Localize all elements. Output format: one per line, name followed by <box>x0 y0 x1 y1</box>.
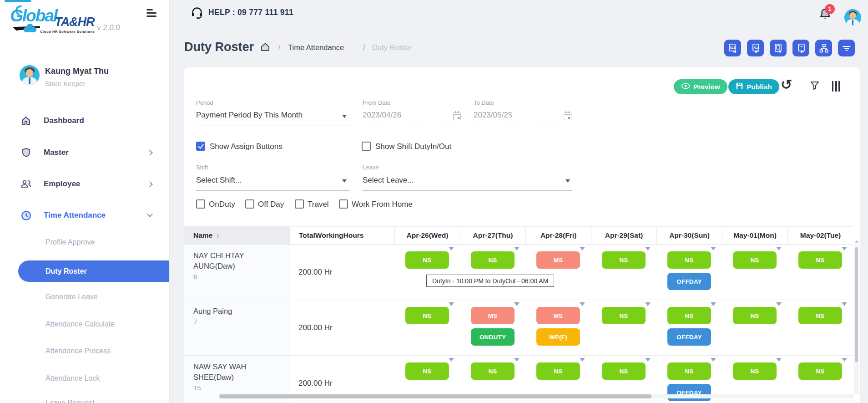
undo-reset-icon[interactable]: ↺ <box>781 77 792 92</box>
show-assign-buttons-checkbox[interactable] <box>196 142 205 151</box>
export-document-button[interactable] <box>770 40 787 56</box>
leave-caret-icon[interactable] <box>565 179 570 183</box>
shift-badge[interactable]: NS <box>667 307 711 324</box>
sidebar-toggle-hamburger-icon[interactable] <box>146 9 156 19</box>
show-shift-dutyinout-checkbox[interactable] <box>362 142 371 151</box>
assign-dropdown-arrow-icon[interactable] <box>580 358 585 362</box>
shift-badge[interactable]: NS <box>733 251 777 269</box>
travel-checkbox[interactable] <box>295 199 304 209</box>
from-date-input[interactable]: 2023/04/26 <box>363 111 401 120</box>
assign-dropdown-arrow-icon[interactable] <box>645 358 651 362</box>
scroll-up-arrow-icon[interactable] <box>854 240 859 243</box>
assign-dropdown-arrow-icon[interactable] <box>449 302 454 306</box>
shift-badge[interactable]: NS <box>405 362 449 380</box>
shift-badge[interactable]: NS <box>667 251 711 269</box>
shift-badge[interactable]: NS <box>536 362 580 380</box>
publish-button[interactable]: Publish <box>728 79 779 94</box>
assign-dropdown-arrow-icon[interactable] <box>776 358 782 362</box>
assign-dropdown-arrow-icon[interactable] <box>842 358 847 362</box>
assign-dropdown-arrow-icon[interactable] <box>580 247 585 250</box>
period-select[interactable]: Payment Period By This Month <box>196 111 303 120</box>
shift-badge[interactable]: NS <box>602 362 646 380</box>
assign-dropdown-arrow-icon[interactable] <box>711 358 716 362</box>
sidebar-item-dashboard[interactable]: Dashboard <box>20 113 162 128</box>
profile-avatar[interactable] <box>844 9 861 26</box>
assign-dropdown-arrow-icon[interactable] <box>645 247 651 250</box>
assign-dropdown-arrow-icon[interactable] <box>842 247 847 250</box>
sort-ascending-icon: ↑ <box>216 232 220 240</box>
shift-badge[interactable]: NS <box>798 251 842 269</box>
filter-funnel-icon[interactable] <box>809 80 820 93</box>
assign-dropdown-arrow-icon[interactable] <box>514 247 520 250</box>
employee-name-cell: Aung Paing7 <box>184 300 289 355</box>
onduty-checkbox[interactable] <box>196 199 205 209</box>
column-header-name[interactable]: Name ↑ <box>184 227 289 244</box>
assign-dropdown-arrow-icon[interactable] <box>776 247 782 250</box>
assign-dropdown-arrow-icon[interactable] <box>776 302 782 306</box>
sidebar-subitem-duty-roster-active[interactable]: Duty Roster <box>18 260 169 282</box>
shift-badge[interactable]: NS <box>733 307 777 324</box>
shift-badge[interactable]: MS <box>471 307 515 324</box>
shift-badge[interactable]: NS <box>798 307 842 324</box>
assign-dropdown-arrow-icon[interactable] <box>514 302 520 306</box>
to-date-input[interactable]: 2023/05/25 <box>474 111 512 120</box>
assign-dropdown-arrow-icon[interactable] <box>449 247 454 250</box>
sidebar-item-employee[interactable]: Employee <box>20 177 162 191</box>
chevron-right-icon <box>147 150 153 156</box>
shift-caret-icon[interactable] <box>342 179 347 183</box>
user-avatar[interactable] <box>20 65 40 85</box>
horizontal-scrollbar-thumb[interactable] <box>219 394 651 398</box>
preview-button[interactable]: Preview <box>674 79 727 94</box>
shift-badge[interactable]: NS <box>602 251 646 269</box>
calendar-icon[interactable] <box>564 112 571 120</box>
status-badge[interactable]: OFFDAY <box>667 273 711 290</box>
assign-dropdown-arrow-icon[interactable] <box>711 247 716 250</box>
shift-badge[interactable]: NS <box>405 251 449 269</box>
calendar-icon[interactable] <box>453 112 461 120</box>
sidebar-subitem-profile-approve[interactable]: Profile Approve <box>45 238 95 246</box>
shift-badge[interactable]: NS <box>667 362 711 380</box>
assign-dropdown-arrow-icon[interactable] <box>449 358 454 362</box>
assign-dropdown-arrow-icon[interactable] <box>842 302 847 306</box>
shift-badge[interactable]: NS <box>471 362 515 380</box>
assign-dropdown-arrow-icon[interactable] <box>514 358 520 362</box>
sidebar-subitem-generate-leave[interactable]: Generate Leave <box>45 293 98 301</box>
shift-badge[interactable]: NS <box>798 362 842 380</box>
logo-text-tahr: TA&HR <box>55 15 94 29</box>
status-badge[interactable]: OFFDAY <box>667 384 711 401</box>
sidebar-item-time-attendance[interactable]: Time Attendance <box>20 208 162 223</box>
assign-dropdown-arrow-icon[interactable] <box>580 302 585 306</box>
leave-select[interactable]: Select Leave... <box>363 176 414 185</box>
logo-cloud-icon <box>24 27 36 32</box>
org-chart-button[interactable] <box>815 40 832 56</box>
shift-badge[interactable]: NS <box>602 307 646 324</box>
breadcrumb-home-icon[interactable] <box>260 41 271 54</box>
status-badge[interactable]: ONDUTY <box>471 328 515 346</box>
vertical-scrollbar-thumb[interactable] <box>855 247 858 362</box>
offday-checkbox[interactable] <box>245 199 254 209</box>
status-badge[interactable]: WP(F) <box>536 328 580 346</box>
breadcrumb-time-attendance[interactable]: Time Attendance <box>288 43 344 52</box>
shift-badge[interactable]: MS <box>536 307 580 324</box>
work-from-home-checkbox[interactable] <box>339 199 348 209</box>
assign-dropdown-arrow-icon[interactable] <box>645 302 651 306</box>
export-xls-button[interactable]: XLS <box>724 40 741 56</box>
notification-count-badge[interactable]: 1 <box>825 4 835 14</box>
shift-badge[interactable]: MS <box>536 251 580 269</box>
sidebar-subitem-leave-request[interactable]: Leave Request <box>45 399 95 403</box>
columns-icon[interactable] <box>832 81 840 92</box>
status-badge[interactable]: OFFDAY <box>667 328 711 346</box>
shift-badge[interactable]: NS <box>405 307 449 324</box>
sidebar-subitem-attendance-calculate[interactable]: Attendance Calculate <box>45 320 115 328</box>
sidebar-item-master[interactable]: Master <box>20 145 162 160</box>
import-roster-button[interactable] <box>792 40 809 56</box>
sidebar-subitem-attendance-process[interactable]: Attendance Process <box>45 347 111 355</box>
sidebar-subitem-attendance-lock[interactable]: Attendance Lock <box>45 374 100 383</box>
filter-list-button[interactable] <box>838 40 855 56</box>
shift-badge[interactable]: NS <box>471 251 515 269</box>
shift-select[interactable]: Select Shift... <box>196 176 242 185</box>
period-caret-icon[interactable] <box>342 115 347 118</box>
import-xls-button[interactable]: XLS <box>747 40 764 56</box>
assign-dropdown-arrow-icon[interactable] <box>711 302 716 306</box>
shift-badge[interactable]: NS <box>733 362 777 380</box>
